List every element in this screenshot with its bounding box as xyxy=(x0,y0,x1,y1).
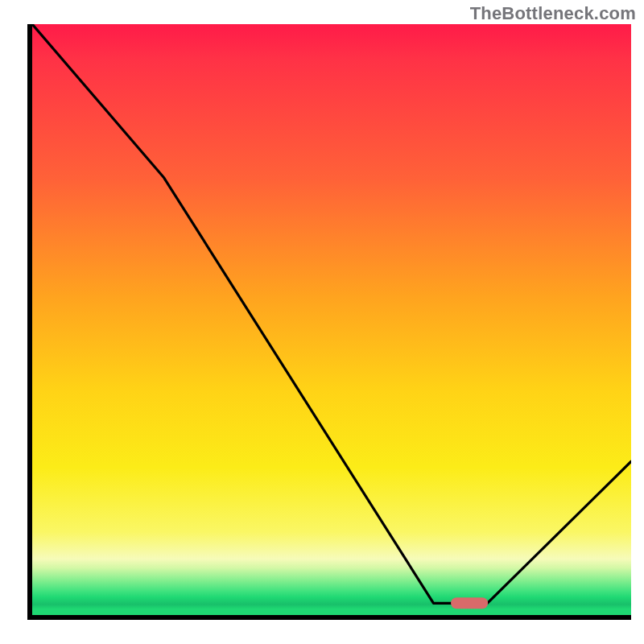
attribution-text: TheBottleneck.com xyxy=(470,3,636,24)
optimal-marker xyxy=(451,597,488,609)
chart-frame: TheBottleneck.com xyxy=(0,0,644,644)
curve-layer xyxy=(32,24,631,615)
bottleneck-curve xyxy=(32,24,631,603)
plot-area xyxy=(27,24,631,620)
